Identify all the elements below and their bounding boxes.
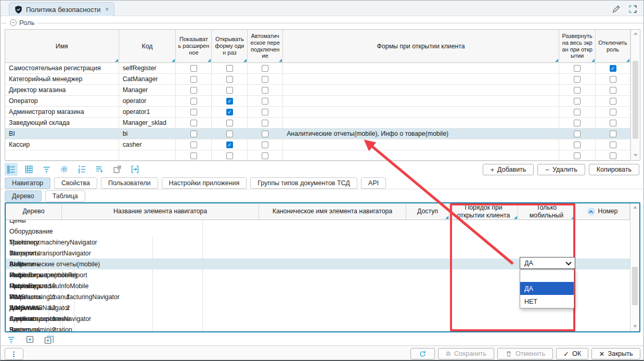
refresh-button[interactable] <box>410 348 435 359</box>
save-button[interactable]: Сохранить <box>438 348 494 359</box>
scroll-down-icon[interactable] <box>634 154 638 157</box>
fullscreen-icon[interactable] <box>627 3 638 15</box>
role-row[interactable]: Самостоятельная регистрацияselfRegister✓ <box>5 63 630 74</box>
settings-gear-icon[interactable] <box>58 163 71 176</box>
checkbox[interactable] <box>610 141 616 148</box>
nav-row[interactable]: +АдминистрированиеSystem.administrationЗ… <box>6 313 630 324</box>
column-header[interactable]: Номер <box>575 203 630 220</box>
role-row[interactable]: Операторoperator✓ <box>5 96 630 107</box>
checkbox[interactable] <box>574 141 581 148</box>
column-header[interactable]: Дерево <box>6 203 62 220</box>
checkbox[interactable] <box>610 109 616 115</box>
checkbox[interactable] <box>262 120 268 126</box>
mobile-only-dropdown[interactable]: ДА <box>520 257 575 269</box>
edit-pencil-icon[interactable] <box>610 3 622 15</box>
checkbox[interactable] <box>190 131 197 137</box>
subtab-1[interactable]: Дерево <box>5 190 42 202</box>
checkbox[interactable] <box>226 65 233 72</box>
checkbox[interactable] <box>262 109 268 115</box>
scroll-up-icon[interactable] <box>634 32 638 35</box>
column-header[interactable]: Имя <box>5 30 119 63</box>
role-row[interactable]: BIbiАналитические отчеты(mobile), Инфо о… <box>5 128 630 139</box>
nav-row[interactable]: +ОборудованиеMachinery.machineryNavigato… <box>6 226 630 237</box>
checkbox[interactable] <box>262 87 268 94</box>
tab-close-icon[interactable]: × <box>105 6 109 13</box>
column-header[interactable]: Код <box>119 30 176 63</box>
role-row[interactable]: Кассирcasher✓ <box>5 139 630 150</box>
filter-icon[interactable] <box>5 333 18 346</box>
view-list-icon[interactable] <box>5 163 18 176</box>
role-row[interactable]: Категорийный менеджерCatManager <box>5 74 630 85</box>
ok-button[interactable]: ✓ОК <box>556 348 588 359</box>
dropdown-option[interactable]: НЕТ <box>520 295 574 308</box>
checkbox[interactable] <box>190 141 197 148</box>
checkbox[interactable] <box>262 152 268 159</box>
tab-1[interactable]: Навигатор <box>5 177 50 189</box>
reload-form-icon[interactable] <box>128 163 141 176</box>
collapse-group-icon[interactable]: − <box>10 19 17 26</box>
role-row[interactable]: Администратор магазинаoperator1✓ <box>5 107 630 118</box>
checkbox[interactable] <box>226 152 233 159</box>
checkbox[interactable] <box>262 131 268 137</box>
delete-button[interactable]: −Удалить <box>537 164 585 175</box>
column-header[interactable]: Открывать форму один раз <box>212 30 248 63</box>
expand-all-icon[interactable] <box>42 333 55 346</box>
roles-table-scrollbar[interactable] <box>630 30 640 160</box>
filter-icon[interactable] <box>40 163 53 176</box>
checkbox[interactable] <box>574 131 581 137</box>
add-list-icon[interactable] <box>93 163 106 176</box>
tab-security-policy[interactable]: Политика безопасности × <box>9 2 114 16</box>
tab-3[interactable]: Пользователи <box>101 177 158 189</box>
checkbox[interactable] <box>190 65 197 72</box>
checkbox[interactable] <box>610 76 616 83</box>
column-header[interactable]: Автоматическое переподключение <box>248 30 283 63</box>
column-header[interactable]: Название элемента навигатора <box>62 203 259 220</box>
tab-2[interactable]: Свойства <box>54 177 97 189</box>
checkbox[interactable] <box>226 76 233 83</box>
scroll-down-icon[interactable] <box>633 325 637 328</box>
checkbox[interactable] <box>574 109 581 115</box>
checkbox[interactable] <box>574 152 581 159</box>
tab-5[interactable]: Группы типов документов ТСД <box>250 177 357 189</box>
column-header[interactable]: Только мобильный <box>518 203 575 220</box>
checkbox[interactable] <box>262 65 268 72</box>
checkbox[interactable] <box>610 120 616 126</box>
checkbox[interactable] <box>610 98 616 105</box>
checkbox[interactable] <box>262 98 268 105</box>
role-row[interactable]: Заведующий складаManager_sklad <box>5 118 630 128</box>
tab-4[interactable]: Настройки приложения <box>162 177 247 189</box>
checkbox[interactable]: ✓ <box>226 141 233 148</box>
checkbox[interactable] <box>190 109 197 115</box>
table-view-icon[interactable] <box>22 163 35 176</box>
column-header[interactable]: Развернуть на весь экран при открытии <box>559 30 596 63</box>
role-row[interactable]: Директор магазинаManager <box>5 85 630 96</box>
checkbox[interactable] <box>574 98 581 105</box>
checkbox[interactable] <box>226 87 233 94</box>
checkbox[interactable] <box>610 152 616 159</box>
checkbox[interactable]: ✓ <box>226 98 233 105</box>
expand-node-icon[interactable] <box>23 333 36 346</box>
checkbox[interactable] <box>262 76 268 83</box>
checkbox[interactable] <box>610 87 616 94</box>
role-row[interactable] <box>5 150 630 161</box>
cancel-button[interactable]: Отменить <box>497 348 553 359</box>
checkbox[interactable] <box>190 87 197 94</box>
checkbox[interactable] <box>226 120 233 126</box>
subtab-2[interactable]: Таблица <box>45 190 85 202</box>
scroll-thumb[interactable] <box>632 267 638 305</box>
column-header[interactable]: Показывать расширенное <box>176 30 212 63</box>
checkbox[interactable] <box>226 131 233 137</box>
checkbox[interactable] <box>610 131 616 137</box>
column-header[interactable]: Отключить роль <box>596 30 630 63</box>
column-header[interactable]: Формы при открытии клиента <box>283 30 559 63</box>
checkbox[interactable] <box>574 87 581 94</box>
copy-button[interactable]: Копировать <box>589 164 639 175</box>
checkbox[interactable] <box>574 120 581 126</box>
dropdown-option[interactable]: ДА <box>520 282 574 295</box>
checkbox[interactable] <box>574 65 581 72</box>
add-button[interactable]: +Добавить <box>483 164 534 175</box>
dropdown-option[interactable] <box>520 270 574 282</box>
checkbox[interactable] <box>190 98 197 105</box>
checkbox[interactable]: ✓ <box>610 65 616 72</box>
checkbox[interactable] <box>190 76 197 83</box>
